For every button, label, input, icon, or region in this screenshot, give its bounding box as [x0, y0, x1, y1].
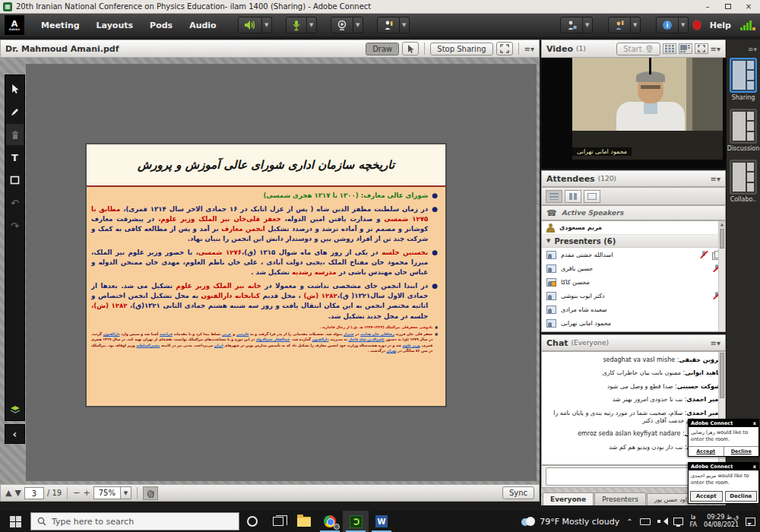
zoom-level-select[interactable]: 75% ▼: [93, 486, 131, 499]
close-button[interactable]: ×: [740, 2, 757, 12]
adobe-connect-button[interactable]: [343, 511, 369, 532]
menu-meeting[interactable]: Meeting: [33, 16, 87, 35]
stop-sharing-button[interactable]: Stop Sharing: [430, 43, 492, 55]
sync-button[interactable]: Sync: [502, 486, 534, 499]
maximize-button[interactable]: [720, 2, 736, 12]
menu-layouts[interactable]: Layouts: [89, 16, 141, 35]
touch-keyboard-icon[interactable]: [640, 518, 651, 525]
chat-pod-header: Chat (Everyone) ≡▾: [541, 334, 726, 351]
accept-link[interactable]: Accept: [689, 447, 724, 456]
presenter-row[interactable]: دکتر ایوب بنوشی: [542, 289, 725, 302]
hand-raise-control[interactable]: ▼: [608, 17, 641, 33]
help-menu[interactable]: Help: [705, 21, 736, 30]
pan-tool-button[interactable]: [143, 486, 158, 500]
marker-tool[interactable]: [6, 101, 24, 122]
decline-button[interactable]: Decline: [725, 491, 758, 502]
menu-pods[interactable]: Pods: [142, 16, 180, 35]
taskbar-search-box[interactable]: Type here to search: [30, 512, 239, 530]
attendee-list-view-button[interactable]: [546, 190, 562, 203]
undo-tool[interactable]: ↶: [6, 192, 24, 214]
taskbar-clock[interactable]: 09:29 ق.ظ 04/08/2021: [704, 514, 739, 529]
attendee-status-control[interactable]: ▼: [560, 17, 593, 33]
microphone-control[interactable]: ▼: [286, 17, 317, 33]
video-pod-menu-icon[interactable]: ≡▾: [711, 45, 720, 53]
decline-link[interactable]: Decline: [724, 447, 759, 456]
zoom-dropdown-icon[interactable]: ▼: [120, 487, 131, 499]
layout-bar-menu-icon[interactable]: ≡▾: [748, 46, 757, 53]
microphone-dropdown[interactable]: ▼: [307, 17, 317, 33]
layout-discussion[interactable]: [730, 109, 757, 144]
text-tool[interactable]: T: [6, 147, 24, 168]
collapse-toolbar-button[interactable]: ‹: [5, 424, 25, 444]
notification-close-icon[interactable]: x: [753, 464, 756, 470]
hand-raise-dropdown[interactable]: ▼: [631, 17, 641, 33]
notification-close-icon[interactable]: x: [753, 420, 756, 426]
task-view-button[interactable]: [265, 511, 291, 532]
slide-footnote: ■جعفر قلی خان فرزند رضاقلی خان هدایت در …: [91, 331, 438, 353]
fullscreen-button[interactable]: [496, 42, 513, 55]
zoom-out-button[interactable]: −: [73, 488, 80, 498]
grid-view-button[interactable]: [663, 43, 676, 54]
presenter-row[interactable]: سعیده شاه مرادی: [542, 302, 725, 316]
pointer-tool[interactable]: [6, 78, 24, 100]
speaker-control[interactable]: ▼: [238, 17, 272, 33]
chat-tab-active[interactable]: Everyone: [543, 492, 594, 505]
previous-page-button[interactable]: ▲: [5, 488, 11, 498]
presenter-row[interactable]: حسین باقری: [542, 261, 725, 275]
file-explorer-button[interactable]: [291, 511, 317, 532]
webcam-dropdown[interactable]: ▼: [353, 17, 363, 33]
status-control[interactable]: ▼: [377, 17, 410, 33]
attendees-pod-menu-icon[interactable]: ≡▾: [711, 175, 720, 183]
active-speakers-bar[interactable]: ☎ Active Speakers: [541, 205, 726, 220]
presenter-row[interactable]: اسدالله خشتی مقدم: [542, 248, 725, 261]
shape-tool[interactable]: [6, 169, 24, 191]
video-fullscreen-button[interactable]: [695, 43, 708, 54]
language-code: FA: [690, 521, 697, 529]
zoom-in-button[interactable]: +: [83, 488, 90, 498]
share-pod-menu-icon[interactable]: ≡▾: [524, 45, 534, 53]
cortana-button[interactable]: [239, 511, 265, 532]
presenter-row[interactable]: محسن کاکا: [542, 275, 725, 289]
presenters-group-header[interactable]: ▼ Presenters (6): [542, 235, 725, 248]
layout-collabo[interactable]: [730, 160, 757, 195]
taskbar-weather[interactable]: 79°F Mostly cloudy: [520, 517, 619, 527]
start-webcam-button[interactable]: Start: [616, 43, 660, 55]
host-row[interactable]: مریم مسعودی: [542, 221, 725, 235]
presenter-row[interactable]: محمود امانی تهرانی: [542, 316, 725, 330]
accept-button[interactable]: Accept: [690, 491, 723, 502]
connection-signal-icon[interactable]: [740, 20, 755, 30]
attendee-breakout-view-button[interactable]: [565, 190, 581, 203]
info-control[interactable]: i ▼: [656, 17, 689, 33]
volume-icon[interactable]: [657, 518, 667, 525]
chat-pod-menu-icon[interactable]: ≡▾: [711, 339, 720, 347]
network-icon[interactable]: [673, 518, 683, 525]
info-dropdown[interactable]: ▼: [679, 17, 689, 33]
start-button[interactable]: [0, 511, 30, 532]
window-titlebar: ▦ 20th Iranian National Conference on Ph…: [0, 0, 760, 14]
webcam-control[interactable]: ▼: [331, 17, 363, 33]
delete-tool[interactable]: [6, 124, 24, 145]
draw-button[interactable]: Draw: [366, 43, 399, 55]
tray-overflow-button[interactable]: ⌃: [626, 518, 632, 526]
attendees-scrollbar[interactable]: ▲: [718, 221, 725, 331]
language-indicator[interactable]: فا FA: [690, 514, 697, 528]
layout-sharing[interactable]: [730, 58, 757, 93]
status-dropdown[interactable]: ▼: [400, 17, 410, 33]
minimize-button[interactable]: –: [699, 2, 716, 12]
attendee-status-view-button[interactable]: [584, 190, 600, 203]
next-page-button[interactable]: ▼: [14, 488, 21, 498]
action-center-icon[interactable]: [746, 518, 755, 526]
layers-tool[interactable]: [6, 399, 24, 420]
chrome-button[interactable]: [317, 511, 343, 532]
menu-audio[interactable]: Audio: [182, 16, 224, 35]
filmstrip-view-button[interactable]: [679, 43, 692, 54]
speaker-dropdown[interactable]: ▼: [262, 17, 272, 33]
pointer-tool-button[interactable]: [402, 42, 419, 55]
attendee-status-dropdown[interactable]: ▼: [583, 17, 593, 33]
redo-tool[interactable]: ↷: [6, 215, 24, 236]
page-number-input[interactable]: 3: [24, 487, 44, 499]
word-button[interactable]: W: [369, 511, 394, 532]
video-speaker-name: محمود امانی تهرانی: [572, 147, 632, 156]
slide-bullets: ●شورای عالی معارف: (۱۳۰۰ تا ۱۳۱۷ هجری شم…: [91, 191, 438, 321]
chat-tab-item[interactable]: Presenters: [594, 492, 646, 505]
